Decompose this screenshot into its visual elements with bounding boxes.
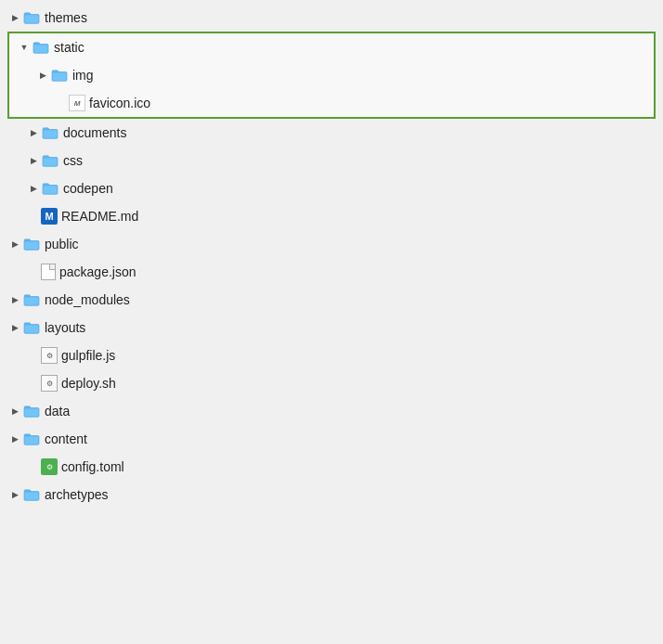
file-tree: themes static imgMfavicon.ico documents … (0, 0, 663, 512)
chevron-right-icon[interactable] (7, 320, 22, 335)
script-file-icon: ⚙ (41, 347, 58, 364)
folder-icon (22, 431, 41, 446)
tree-item-static[interactable]: static (9, 33, 654, 61)
item-label-package: package.json (59, 264, 136, 279)
item-label-codepen: codepen (63, 181, 113, 196)
folder-icon (22, 487, 41, 502)
folder-icon (41, 153, 59, 168)
tree-item-documents[interactable]: documents (0, 119, 663, 147)
chevron-right-icon[interactable] (26, 153, 41, 168)
folder-icon (32, 40, 50, 55)
chevron-right-icon[interactable] (7, 404, 22, 419)
folder-icon (22, 404, 41, 419)
tree-item-archetypes[interactable]: archetypes (0, 481, 663, 509)
tree-item-css[interactable]: css (0, 147, 663, 174)
tree-item-node_modules[interactable]: node_modules (0, 286, 663, 314)
item-label-themes: themes (45, 10, 87, 25)
item-label-node_modules: node_modules (45, 292, 130, 307)
chevron-down-icon[interactable] (17, 40, 32, 55)
tree-item-layouts[interactable]: layouts (0, 314, 663, 341)
tree-item-themes[interactable]: themes (0, 4, 663, 32)
tree-item-deploy[interactable]: ⚙deploy.sh (0, 369, 663, 397)
folder-icon (22, 10, 41, 25)
folder-icon (50, 68, 69, 83)
tree-item-data[interactable]: data (0, 397, 663, 425)
config-file-icon: ⚙ (41, 458, 58, 475)
script-file-icon: ⚙ (41, 375, 58, 392)
item-label-readme: README.md (61, 209, 138, 224)
tree-item-config[interactable]: ⚙config.toml (0, 453, 663, 481)
item-label-config: config.toml (61, 459, 124, 474)
folder-icon (41, 125, 59, 140)
chevron-right-icon[interactable] (26, 125, 41, 140)
generic-file-icon (41, 264, 56, 280)
chevron-right-icon[interactable] (7, 292, 22, 307)
tree-item-favicon[interactable]: Mfavicon.ico (9, 89, 654, 117)
markdown-file-icon: M (41, 208, 58, 225)
item-label-public: public (45, 237, 79, 251)
tree-item-content[interactable]: content (0, 425, 663, 453)
chevron-right-icon[interactable] (7, 487, 22, 502)
tree-item-readme[interactable]: MREADME.md (0, 202, 663, 230)
item-label-data: data (45, 404, 70, 419)
chevron-right-icon[interactable] (26, 181, 41, 196)
item-label-content: content (45, 431, 87, 446)
folder-icon (22, 320, 41, 335)
chevron-right-icon[interactable] (7, 10, 22, 25)
item-label-deploy: deploy.sh (61, 376, 116, 391)
chevron-right-icon[interactable] (7, 431, 22, 446)
highlight-box: static imgMfavicon.ico (7, 32, 656, 119)
tree-item-public[interactable]: public (0, 230, 663, 258)
item-label-layouts: layouts (45, 320, 85, 335)
chevron-right-icon[interactable] (35, 68, 50, 83)
tree-item-gulpfile[interactable]: ⚙gulpfile.js (0, 341, 663, 369)
item-label-favicon: favicon.ico (89, 96, 150, 110)
item-label-archetypes: archetypes (45, 487, 108, 502)
tree-item-codepen[interactable]: codepen (0, 174, 663, 202)
folder-icon (22, 292, 41, 307)
folder-icon (22, 237, 41, 251)
item-label-documents: documents (63, 125, 126, 140)
folder-icon (41, 181, 59, 196)
favicon-file-icon: M (69, 95, 85, 111)
tree-item-package[interactable]: package.json (0, 258, 663, 286)
item-label-gulpfile: gulpfile.js (61, 348, 115, 363)
chevron-right-icon[interactable] (7, 237, 22, 251)
item-label-static: static (54, 40, 84, 55)
item-label-css: css (63, 153, 83, 168)
item-label-img: img (72, 68, 94, 83)
tree-item-img[interactable]: img (9, 61, 654, 89)
